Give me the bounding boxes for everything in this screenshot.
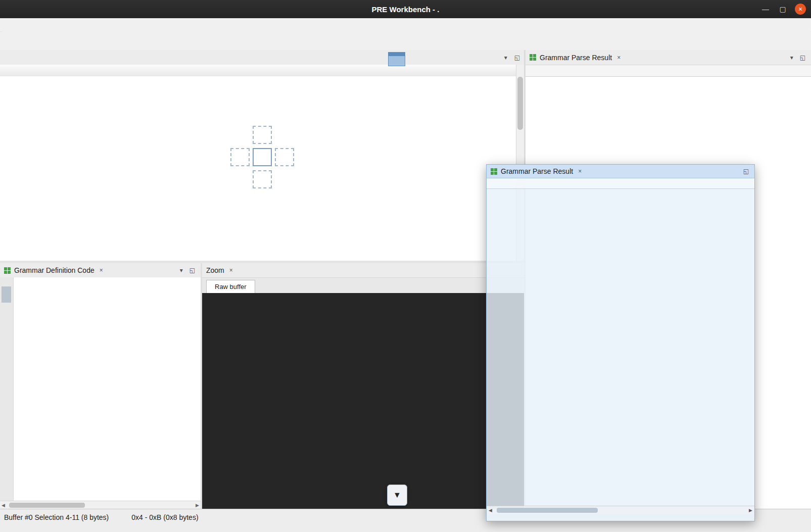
parse-tree-columns: [487, 178, 754, 189]
hex-dump-view[interactable]: [202, 293, 524, 509]
grammar-parse-result-floating-window[interactable]: Grammar Parse Result × ◱ ◀ ▶: [486, 164, 755, 521]
tab-drag-ghost: [388, 52, 405, 66]
code-hscrollbar[interactable]: ◀ ▶: [0, 501, 201, 509]
scroll-left-icon[interactable]: ◀: [489, 508, 492, 513]
maximize-button[interactable]: ▢: [778, 5, 788, 13]
panel-close-icon[interactable]: ×: [615, 54, 622, 61]
scrollbar-thumb[interactable]: [9, 503, 85, 508]
dock-drop-right[interactable]: [275, 148, 294, 166]
status-range: 0x4 - 0xB (0x8 bytes): [131, 513, 198, 521]
packet-table-header: [0, 65, 516, 77]
parse-result-icon: [491, 168, 497, 175]
grammar-icon: [4, 267, 11, 274]
status-selection: Buffer #0 Selection 4-11 (8 bytes): [4, 513, 109, 521]
document-tab-bar: ▾ ◱: [0, 50, 524, 65]
scrollbar-thumb[interactable]: [517, 77, 523, 130]
panel-title: Grammar Definition Code: [14, 266, 94, 274]
code-editor-scrollbar[interactable]: [0, 277, 14, 501]
zoom-tab-bar: Raw buffer: [202, 278, 524, 294]
dock-drop-overlay: [230, 126, 293, 188]
floating-hscrollbar[interactable]: ◀ ▶: [487, 506, 754, 514]
panel-close-icon[interactable]: ×: [577, 168, 583, 175]
title-bar: PRE Workbench - . — ▢ ×: [0, 0, 811, 18]
parse-result-icon: [530, 54, 536, 61]
scroll-right-icon[interactable]: ▶: [196, 503, 199, 508]
dock-drop-bottom[interactable]: [253, 170, 272, 188]
tab-list-button[interactable]: ▾: [504, 54, 507, 61]
scrollbar-thumb[interactable]: [497, 508, 598, 513]
window-title: PRE Workbench - .: [0, 5, 811, 14]
panel-float-icon[interactable]: ◱: [798, 54, 807, 61]
floating-title-bar[interactable]: Grammar Parse Result × ◱: [487, 165, 754, 178]
panel-close-icon[interactable]: ×: [98, 267, 105, 274]
panel-dock-icon[interactable]: ◱: [742, 168, 750, 175]
panel-title: Grammar Parse Result: [540, 54, 612, 62]
tab-raw-buffer[interactable]: Raw buffer: [206, 280, 255, 294]
panel-close-icon[interactable]: ×: [228, 267, 234, 274]
close-button[interactable]: ×: [795, 4, 806, 15]
pre-workbench-window: PRE Workbench - . — ▢ × ▾ ◱ Grammar Defi…: [0, 0, 811, 532]
float-panel-button[interactable]: ◱: [514, 54, 520, 61]
zoom-panel: Zoom × Raw buffer: [202, 263, 524, 509]
scroll-left-icon[interactable]: ◀: [2, 503, 5, 508]
panel-menu-icon[interactable]: ▾: [789, 54, 795, 61]
panel-title: Grammar Parse Result: [501, 167, 573, 175]
dock-drop-bottom-arrow[interactable]: ▼: [387, 485, 407, 506]
dock-drop-top[interactable]: [253, 126, 272, 144]
scroll-right-icon[interactable]: ▶: [749, 508, 752, 513]
toolbar: [2, 31, 810, 51]
panel-float-icon[interactable]: ◱: [188, 267, 197, 274]
dock-drop-center[interactable]: [253, 148, 272, 166]
menu-bar: [0, 18, 811, 32]
arrow-down-icon: ▼: [393, 491, 401, 500]
parse-tree-columns: [526, 65, 811, 77]
grammar-definition-panel: Grammar Definition Code × ▾ ◱ ◀ ▶: [0, 263, 201, 509]
dock-drop-left[interactable]: [230, 148, 250, 166]
panel-menu-icon[interactable]: ▾: [178, 267, 184, 274]
minimize-button[interactable]: —: [760, 5, 771, 13]
panel-title: Zoom: [206, 266, 224, 274]
code-editor[interactable]: [0, 277, 201, 501]
